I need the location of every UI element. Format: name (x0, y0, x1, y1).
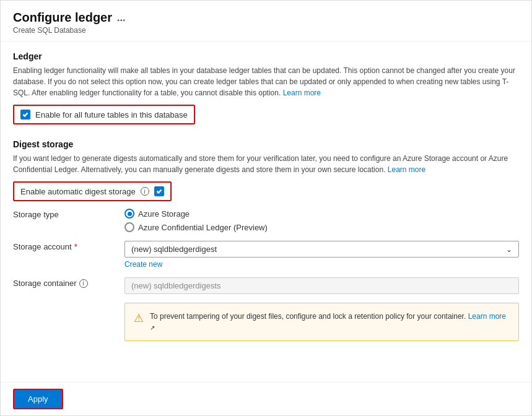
warning-icon: ⚠ (134, 311, 144, 325)
radio-confidential-outer (124, 222, 134, 232)
ledger-learn-more-link[interactable]: Learn more (283, 89, 321, 97)
storage-container-info-icon[interactable]: i (79, 279, 88, 288)
configure-ledger-panel: Configure ledger ... Create SQL Database… (0, 0, 532, 416)
storage-container-input[interactable] (124, 277, 519, 294)
radio-confidential-ledger[interactable]: Azure Confidential Ledger (Preview) (124, 222, 519, 232)
create-new-link[interactable]: Create new (124, 260, 519, 269)
apply-button[interactable]: Apply (13, 389, 63, 409)
storage-container-control (124, 277, 519, 294)
storage-account-dropdown[interactable]: (new) sqldbledgerdigest ⌄ (124, 241, 519, 258)
dropdown-arrow-icon: ⌄ (506, 245, 512, 254)
storage-account-value: (new) sqldbledgerdigest (131, 245, 217, 254)
digest-section: Digest storage If you want ledger to gen… (13, 139, 519, 341)
radio-azure-storage-inner (128, 212, 132, 216)
ledger-section: Ledger Enabling ledger functionality wil… (13, 51, 519, 127)
ledger-section-description: Enabling ledger functionality will make … (13, 65, 519, 98)
digest-checkbox-highlight: Enable automatic digest storage i (13, 181, 172, 201)
storage-type-label: Storage type (13, 209, 112, 219)
warning-box: ⚠ To prevent tampering of your digest fi… (124, 303, 519, 341)
digest-enable-checkbox-label: Enable automatic digest storage (20, 187, 136, 196)
storage-type-radio-group: Azure Storage Azure Confidential Ledger … (124, 209, 519, 232)
panel-header: Configure ledger ... Create SQL Database (1, 1, 531, 41)
storage-container-row: Storage container i (13, 277, 519, 294)
ellipsis-icon[interactable]: ... (117, 12, 125, 24)
storage-type-control: Azure Storage Azure Confidential Ledger … (124, 209, 519, 232)
required-star: * (74, 242, 77, 251)
storage-account-control: (new) sqldbledgerdigest ⌄ Create new (124, 241, 519, 269)
external-link-icon: ↗ (150, 324, 155, 331)
warning-text: To prevent tampering of your digest file… (150, 311, 510, 333)
ledger-checkbox-highlight: Enable for all future tables in this dat… (13, 105, 195, 124)
ledger-desc-text: Enabling ledger functionality will make … (13, 66, 515, 97)
digest-info-icon[interactable]: i (141, 187, 149, 196)
radio-azure-storage-label: Azure Storage (138, 209, 190, 219)
digest-learn-more-link[interactable]: Learn more (388, 165, 425, 174)
warning-learn-more-link[interactable]: Learn more (468, 312, 506, 321)
panel-subtitle: Create SQL Database (13, 26, 519, 35)
storage-container-label: Storage container i (13, 277, 112, 288)
storage-account-row: Storage account * (new) sqldbledgerdiges… (13, 241, 519, 269)
ledger-checkbox-label: Enable for all future tables in this dat… (35, 110, 188, 119)
panel-body: Ledger Enabling ledger functionality wil… (1, 41, 531, 382)
ledger-section-title: Ledger (13, 51, 519, 61)
radio-confidential-label: Azure Confidential Ledger (Preview) (138, 223, 268, 232)
digest-section-description: If you want ledger to generate digests a… (13, 153, 519, 175)
radio-azure-storage-outer (124, 209, 134, 219)
panel-title-text: Configure ledger (13, 11, 112, 25)
digest-desc-text: If you want ledger to generate digests a… (13, 154, 508, 174)
digest-enable-checkbox[interactable] (154, 186, 164, 196)
panel-footer: Apply (1, 382, 531, 415)
storage-type-row: Storage type Azure Storage Azure Confide… (13, 209, 519, 232)
ledger-checkbox[interactable] (20, 110, 30, 119)
panel-title-row: Configure ledger ... (13, 11, 519, 25)
warning-message: To prevent tampering of your digest file… (150, 312, 466, 321)
storage-account-label: Storage account * (13, 241, 112, 251)
digest-section-title: Digest storage (13, 139, 519, 149)
radio-azure-storage[interactable]: Azure Storage (124, 209, 519, 219)
